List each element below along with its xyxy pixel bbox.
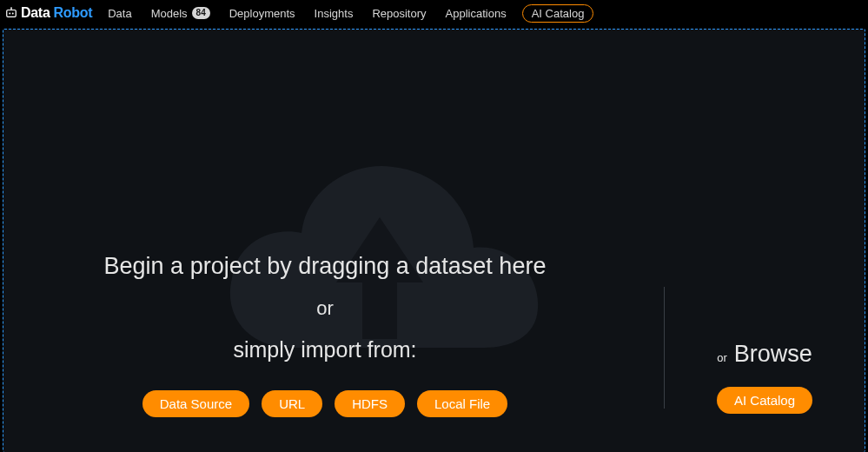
robot-icon <box>5 7 17 19</box>
browse-line: or Browse <box>717 341 812 368</box>
nav-label: Insights <box>315 7 354 20</box>
nav-label: Data <box>108 7 131 20</box>
svg-point-2 <box>12 12 14 14</box>
nav-label: AI Catalog <box>532 7 585 20</box>
import-prompt-block: Begin a project by dragging a dataset he… <box>3 252 664 417</box>
svg-point-4 <box>10 7 12 9</box>
dropzone[interactable]: Begin a project by dragging a dataset he… <box>3 29 865 452</box>
browse-label: Browse <box>734 341 812 368</box>
import-source-buttons: Data Source URL HDFS Local File <box>142 390 507 417</box>
nav-item-ai-catalog[interactable]: AI Catalog <box>522 4 594 23</box>
nav-label: Deployments <box>229 7 295 20</box>
nav-item-repository[interactable]: Repository <box>368 5 429 22</box>
hdfs-button[interactable]: HDFS <box>335 390 405 417</box>
dropzone-container: Begin a project by dragging a dataset he… <box>0 26 868 452</box>
dropzone-headline: Begin a project by dragging a dataset he… <box>104 252 547 280</box>
dropzone-or: or <box>316 297 334 320</box>
nav-items: Data Models 84 Deployments Insights Repo… <box>104 4 593 23</box>
url-button[interactable]: URL <box>262 390 322 417</box>
models-count-badge: 84 <box>192 7 210 19</box>
local-file-button[interactable]: Local File <box>417 390 507 417</box>
browse-block: or Browse AI Catalog <box>665 341 865 417</box>
svg-rect-0 <box>7 10 17 17</box>
nav-item-deployments[interactable]: Deployments <box>226 5 299 22</box>
svg-point-1 <box>9 12 10 14</box>
ai-catalog-button[interactable]: AI Catalog <box>717 387 812 414</box>
nav-item-applications[interactable]: Applications <box>442 5 510 22</box>
brand-word-1: Data <box>21 5 50 21</box>
dropzone-content: Begin a project by dragging a dataset he… <box>3 30 865 452</box>
nav-item-models[interactable]: Models 84 <box>148 5 214 22</box>
nav-label: Applications <box>446 7 507 20</box>
brand-logo[interactable]: DataRobot <box>5 5 92 21</box>
data-source-button[interactable]: Data Source <box>142 390 249 417</box>
top-nav: DataRobot Data Models 84 Deployments Ins… <box>0 0 868 26</box>
dropzone-import-line: simply import from: <box>233 337 416 362</box>
nav-label: Models <box>151 7 188 20</box>
nav-label: Repository <box>372 7 426 20</box>
nav-item-insights[interactable]: Insights <box>311 5 357 22</box>
brand-word-2: Robot <box>53 5 92 21</box>
browse-or: or <box>717 351 727 364</box>
nav-item-data[interactable]: Data <box>104 5 135 22</box>
